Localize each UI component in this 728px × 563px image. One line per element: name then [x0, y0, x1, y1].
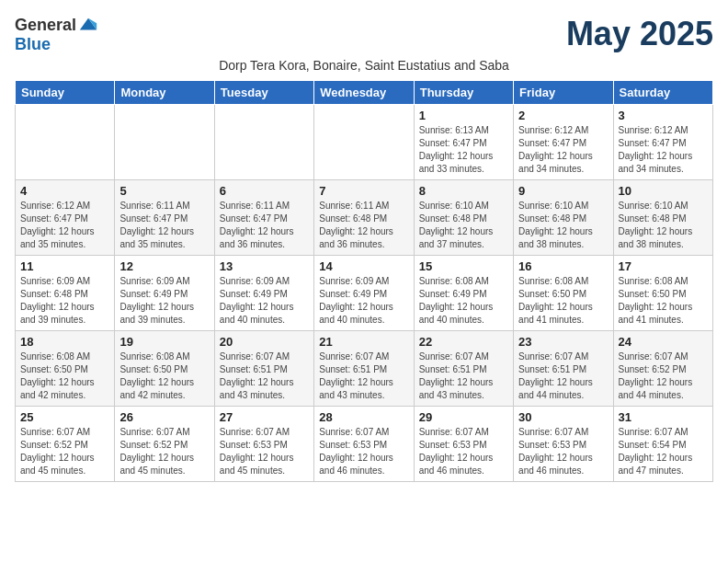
calendar-cell — [16, 105, 115, 180]
day-number: 30 — [518, 410, 608, 424]
calendar-cell: 16Sunrise: 6:08 AMSunset: 6:50 PMDayligh… — [514, 256, 613, 331]
day-info: Sunrise: 6:07 AMSunset: 6:51 PMDaylight:… — [220, 350, 309, 402]
day-of-week-header: Sunday — [16, 81, 115, 105]
day-number: 8 — [419, 184, 508, 198]
day-info: Sunrise: 6:07 AMSunset: 6:53 PMDaylight:… — [419, 426, 508, 477]
calendar-header: SundayMondayTuesdayWednesdayThursdayFrid… — [16, 81, 713, 105]
day-info: Sunrise: 6:12 AMSunset: 6:47 PMDaylight:… — [518, 124, 608, 176]
day-number: 14 — [319, 259, 408, 273]
day-of-week-header: Friday — [514, 81, 613, 105]
calendar-cell — [314, 105, 414, 180]
calendar-week: 18Sunrise: 6:08 AMSunset: 6:50 PMDayligh… — [16, 331, 713, 407]
day-info: Sunrise: 6:11 AMSunset: 6:47 PMDaylight:… — [220, 200, 309, 251]
calendar-cell: 25Sunrise: 6:07 AMSunset: 6:52 PMDayligh… — [16, 407, 115, 482]
day-info: Sunrise: 6:07 AMSunset: 6:54 PMDaylight:… — [619, 426, 708, 477]
day-number: 19 — [119, 335, 209, 349]
calendar-cell: 23Sunrise: 6:07 AMSunset: 6:51 PMDayligh… — [514, 331, 613, 407]
day-of-week-header: Saturday — [613, 81, 712, 105]
calendar-cell: 8Sunrise: 6:10 AMSunset: 6:48 PMDaylight… — [414, 180, 513, 256]
day-info: Sunrise: 6:07 AMSunset: 6:53 PMDaylight:… — [220, 426, 309, 477]
day-info: Sunrise: 6:10 AMSunset: 6:48 PMDaylight:… — [619, 200, 708, 251]
day-number: 16 — [518, 259, 608, 273]
calendar-cell: 31Sunrise: 6:07 AMSunset: 6:54 PMDayligh… — [613, 407, 712, 482]
day-info: Sunrise: 6:11 AMSunset: 6:48 PMDaylight:… — [319, 200, 408, 251]
day-number: 11 — [20, 259, 109, 273]
day-number: 15 — [419, 259, 508, 273]
calendar-cell: 22Sunrise: 6:07 AMSunset: 6:51 PMDayligh… — [414, 331, 513, 407]
day-info: Sunrise: 6:07 AMSunset: 6:51 PMDaylight:… — [419, 350, 508, 402]
calendar-week: 11Sunrise: 6:09 AMSunset: 6:48 PMDayligh… — [16, 256, 713, 331]
day-number: 24 — [619, 335, 708, 349]
day-number: 3 — [619, 109, 708, 122]
calendar-cell: 18Sunrise: 6:08 AMSunset: 6:50 PMDayligh… — [16, 331, 115, 407]
calendar-cell: 13Sunrise: 6:09 AMSunset: 6:49 PMDayligh… — [214, 256, 313, 331]
page-header: General Blue May 2025 — [15, 15, 713, 54]
calendar-week: 1Sunrise: 6:13 AMSunset: 6:47 PMDaylight… — [16, 105, 713, 180]
logo-general-text: General — [15, 16, 76, 35]
day-number: 1 — [419, 109, 508, 122]
calendar-cell: 26Sunrise: 6:07 AMSunset: 6:52 PMDayligh… — [115, 407, 214, 482]
calendar-body: 1Sunrise: 6:13 AMSunset: 6:47 PMDaylight… — [16, 105, 713, 482]
day-number: 17 — [619, 259, 708, 273]
day-number: 23 — [518, 335, 608, 349]
day-number: 5 — [119, 184, 209, 198]
day-info: Sunrise: 6:07 AMSunset: 6:53 PMDaylight:… — [518, 426, 608, 477]
day-number: 7 — [319, 184, 408, 198]
day-number: 13 — [220, 259, 309, 273]
calendar-cell — [115, 105, 214, 180]
day-info: Sunrise: 6:12 AMSunset: 6:47 PMDaylight:… — [619, 124, 708, 176]
day-number: 27 — [220, 410, 309, 424]
day-info: Sunrise: 6:08 AMSunset: 6:50 PMDaylight:… — [119, 350, 209, 402]
day-info: Sunrise: 6:07 AMSunset: 6:51 PMDaylight:… — [319, 350, 408, 402]
calendar-cell: 19Sunrise: 6:08 AMSunset: 6:50 PMDayligh… — [115, 331, 214, 407]
calendar-cell: 1Sunrise: 6:13 AMSunset: 6:47 PMDaylight… — [414, 105, 513, 180]
calendar-cell: 4Sunrise: 6:12 AMSunset: 6:47 PMDaylight… — [16, 180, 115, 256]
calendar-week: 4Sunrise: 6:12 AMSunset: 6:47 PMDaylight… — [16, 180, 713, 256]
calendar-cell — [214, 105, 313, 180]
day-number: 9 — [518, 184, 608, 198]
day-info: Sunrise: 6:11 AMSunset: 6:47 PMDaylight:… — [119, 200, 209, 251]
calendar-cell: 28Sunrise: 6:07 AMSunset: 6:53 PMDayligh… — [314, 407, 414, 482]
calendar-cell: 9Sunrise: 6:10 AMSunset: 6:48 PMDaylight… — [514, 180, 613, 256]
day-info: Sunrise: 6:10 AMSunset: 6:48 PMDaylight:… — [419, 200, 508, 251]
calendar-cell: 17Sunrise: 6:08 AMSunset: 6:50 PMDayligh… — [613, 256, 712, 331]
calendar-cell: 20Sunrise: 6:07 AMSunset: 6:51 PMDayligh… — [214, 331, 313, 407]
calendar-week: 25Sunrise: 6:07 AMSunset: 6:52 PMDayligh… — [16, 407, 713, 482]
day-number: 18 — [20, 335, 109, 349]
day-info: Sunrise: 6:07 AMSunset: 6:52 PMDaylight:… — [619, 350, 708, 402]
calendar-cell: 5Sunrise: 6:11 AMSunset: 6:47 PMDaylight… — [115, 180, 214, 256]
subtitle: Dorp Tera Kora, Bonaire, Saint Eustatius… — [15, 58, 713, 73]
day-number: 20 — [220, 335, 309, 349]
day-of-week-header: Wednesday — [314, 81, 414, 105]
day-info: Sunrise: 6:09 AMSunset: 6:48 PMDaylight:… — [20, 275, 109, 327]
day-number: 21 — [319, 335, 408, 349]
day-info: Sunrise: 6:08 AMSunset: 6:50 PMDaylight:… — [518, 275, 608, 327]
calendar-cell: 2Sunrise: 6:12 AMSunset: 6:47 PMDaylight… — [514, 105, 613, 180]
day-number: 28 — [319, 410, 408, 424]
calendar-cell: 6Sunrise: 6:11 AMSunset: 6:47 PMDaylight… — [214, 180, 313, 256]
day-number: 31 — [619, 410, 708, 424]
calendar-cell: 12Sunrise: 6:09 AMSunset: 6:49 PMDayligh… — [115, 256, 214, 331]
day-info: Sunrise: 6:08 AMSunset: 6:50 PMDaylight:… — [20, 350, 109, 402]
day-number: 10 — [619, 184, 708, 198]
day-number: 25 — [20, 410, 109, 424]
day-of-week-header: Monday — [115, 81, 214, 105]
day-number: 6 — [220, 184, 309, 198]
day-number: 2 — [518, 109, 608, 122]
logo-blue-text: Blue — [15, 35, 51, 54]
logo-icon — [78, 15, 98, 35]
day-info: Sunrise: 6:09 AMSunset: 6:49 PMDaylight:… — [119, 275, 209, 327]
calendar-cell: 21Sunrise: 6:07 AMSunset: 6:51 PMDayligh… — [314, 331, 414, 407]
day-info: Sunrise: 6:10 AMSunset: 6:48 PMDaylight:… — [518, 200, 608, 251]
calendar-cell: 11Sunrise: 6:09 AMSunset: 6:48 PMDayligh… — [16, 256, 115, 331]
day-number: 4 — [20, 184, 109, 198]
day-info: Sunrise: 6:07 AMSunset: 6:51 PMDaylight:… — [518, 350, 608, 402]
day-info: Sunrise: 6:09 AMSunset: 6:49 PMDaylight:… — [220, 275, 309, 327]
calendar-table: SundayMondayTuesdayWednesdayThursdayFrid… — [15, 80, 713, 482]
day-info: Sunrise: 6:13 AMSunset: 6:47 PMDaylight:… — [419, 124, 508, 176]
calendar-cell: 30Sunrise: 6:07 AMSunset: 6:53 PMDayligh… — [514, 407, 613, 482]
day-of-week-header: Thursday — [414, 81, 513, 105]
calendar-cell: 29Sunrise: 6:07 AMSunset: 6:53 PMDayligh… — [414, 407, 513, 482]
day-info: Sunrise: 6:07 AMSunset: 6:52 PMDaylight:… — [20, 426, 109, 477]
day-info: Sunrise: 6:08 AMSunset: 6:49 PMDaylight:… — [419, 275, 508, 327]
